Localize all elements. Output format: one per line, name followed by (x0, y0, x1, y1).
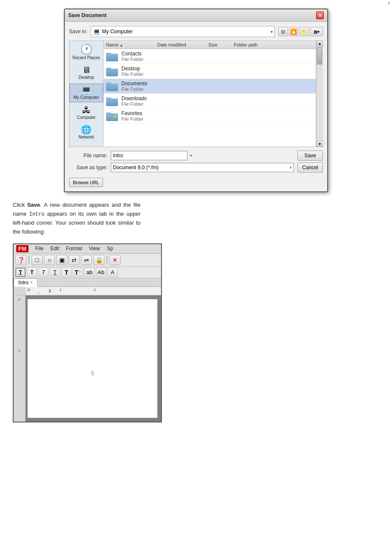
contacts-file-info: Contacts File Folder (121, 51, 313, 62)
desktop-file-info: Desktop File Folder (121, 66, 313, 77)
v-mark-1: 1 (14, 349, 25, 357)
format-t4[interactable]: T (50, 268, 60, 277)
sidebar-item-desktop[interactable]: 🖥 Desktop (69, 64, 103, 82)
fm-doc-area: 0 1 § (14, 295, 161, 422)
file-row-documents[interactable]: Documents File Folder (104, 79, 316, 94)
format-t5[interactable]: T (61, 268, 72, 277)
desktop-fname: Desktop (121, 66, 313, 72)
format-Ab[interactable]: Ab (96, 268, 106, 277)
fm-logo: FM (16, 245, 29, 252)
open-button[interactable]: ○ (44, 255, 55, 265)
format-t2[interactable]: T (27, 268, 37, 277)
dialog-body: Save in: 💻 My Computer ▾ ⊙ 🔼 📁 ▦▾ (65, 22, 327, 191)
format-A-more[interactable]: A (107, 268, 118, 277)
save-as-type-dropdown[interactable]: Document 9.0 (*.fm) ▾ (111, 163, 294, 172)
sidebar-item-recent-places[interactable]: 🕐 Recent Places (69, 43, 103, 62)
fm-toolbar: ❓ □ ○ ▣ ⇄ ⇌ 🔒 ✕ (14, 254, 161, 267)
import-button[interactable]: ⇄ (69, 255, 80, 265)
menu-view[interactable]: View (86, 245, 104, 252)
places-sidebar: 🕐 Recent Places 🖥 Desktop 💻 My Computer … (69, 40, 103, 147)
computer-label: Computer (77, 115, 96, 120)
up-icon[interactable]: 🔼 (289, 27, 298, 36)
file-row-favorites[interactable]: ★ Favorites File Folder (104, 109, 316, 124)
back-icon[interactable]: ⊙ (278, 27, 288, 36)
sidebar-item-computer[interactable]: 🖧 Computer (69, 104, 103, 122)
scrollbar-track[interactable]: ▲ ▼ (316, 40, 323, 147)
col-name-header: Name▲ (106, 42, 157, 47)
dialog-content: 🕐 Recent Places 🖥 Desktop 💻 My Computer … (69, 40, 323, 147)
dialog-titlebar: Save Document ✕ (65, 9, 327, 22)
new-folder-icon[interactable]: 📁 (300, 27, 309, 36)
sidebar-item-my-computer[interactable]: 💻 My Computer (69, 84, 103, 102)
downloads-folder-icon (106, 96, 121, 106)
recent-places-icon: 🕐 (80, 44, 93, 55)
documents-file-info: Documents File Folder (121, 81, 313, 92)
dialog-bottom: File name: ▾ Save Save as type: Document… (69, 150, 323, 173)
browse-url-area: Browse URL (69, 175, 323, 187)
views-icon[interactable]: ▦▾ (310, 27, 323, 36)
file-row-contacts[interactable]: Contacts File Folder (104, 49, 316, 64)
format-t6[interactable]: T⊤ (73, 268, 83, 277)
my-computer-icon: 💻 (81, 86, 92, 94)
file-list-scroll[interactable]: Contacts File Folder (104, 49, 316, 147)
desktop-ftype: File Folder (121, 72, 313, 77)
save-in-select[interactable]: 💻 My Computer ▾ (91, 26, 275, 37)
dialog-close-button[interactable]: ✕ (316, 12, 324, 19)
help-button[interactable]: ❓ (15, 255, 26, 265)
browse-url-button[interactable]: Browse URL (69, 178, 103, 187)
downloads-ftype: File Folder (121, 101, 313, 107)
file-row-desktop[interactable]: Desktop File Folder (104, 64, 316, 79)
export-button[interactable]: ⇌ (81, 255, 92, 265)
sidebar-item-network[interactable]: 🌐 Network (69, 124, 103, 142)
filename-input[interactable] (111, 151, 187, 160)
inline-code-intro: Intro (29, 211, 44, 217)
computer-icon: 🖧 (82, 106, 91, 114)
lock-button[interactable]: 🔒 (93, 255, 104, 265)
fm-page[interactable]: § (27, 299, 158, 418)
desktop-label: Desktop (78, 75, 94, 80)
file-row-downloads[interactable]: Downloads File Folder (104, 94, 316, 109)
close-tb-button[interactable]: ✕ (110, 255, 121, 265)
contacts-folder-icon (106, 51, 121, 61)
tab-intro-close[interactable]: × (30, 280, 33, 285)
bold-save: Save (27, 202, 40, 208)
scrollbar-thumb[interactable] (317, 47, 322, 64)
format-ab[interactable]: ab (84, 268, 95, 277)
cancel-button[interactable]: Cancel (297, 162, 323, 173)
save-in-arrow-icon: ▾ (271, 29, 273, 34)
scrollbar-up-button[interactable]: ▲ (317, 40, 323, 46)
sort-arrow: ▲ (119, 43, 123, 47)
downloads-file-info: Downloads File Folder (121, 95, 313, 107)
menu-file[interactable]: File (32, 245, 47, 252)
v-mark-blank-2 (14, 315, 25, 323)
format-t3[interactable]: T (38, 268, 49, 277)
format-t1[interactable]: T (15, 268, 26, 277)
save-as-type-label: Save as type: (69, 165, 107, 171)
filename-dropdown-arrow[interactable]: ▾ (190, 153, 192, 158)
save-in-label: Save in: (69, 29, 87, 35)
fm-vertical-ruler: 0 1 (14, 295, 26, 422)
savetype-row: Save as type: Document 9.0 (*.fm) ▾ Canc… (69, 162, 323, 173)
new-doc-button[interactable]: □ (32, 255, 43, 265)
v-mark-blank-1 (14, 306, 25, 315)
favorites-folder-icon: ★ (106, 111, 121, 121)
favorites-file-info: Favorites File Folder (121, 110, 313, 121)
scrollbar-down-button[interactable]: ▼ (317, 141, 323, 147)
save-button[interactable]: Save (297, 150, 323, 161)
save-dialog: Save Document ✕ Save in: 💻 My Computer ▾… (64, 9, 328, 192)
fm-format-bar: T T T T T T⊤ ab Ab A (14, 267, 161, 278)
menu-format[interactable]: Format (63, 245, 86, 252)
tab-intro[interactable]: Intro × (14, 278, 37, 287)
savetype-input-wrapper: Document 9.0 (*.fm) ▾ (111, 163, 294, 172)
col-date-header: Date modified (157, 42, 208, 47)
col-size-header: Size (208, 42, 234, 47)
filename-input-wrapper: ▾ (111, 151, 294, 160)
fm-ruler-area: |0 1 2 ⬇ 2 (14, 287, 161, 295)
favorites-fname: Favorites (121, 110, 313, 116)
recent-places-label: Recent Places (72, 55, 100, 61)
menu-edit[interactable]: Edit (47, 245, 63, 252)
menu-sp[interactable]: Sp (104, 245, 117, 252)
fm-ruler: |0 1 2 ⬇ (26, 287, 161, 295)
save-tb-button[interactable]: ▣ (56, 255, 67, 265)
favorites-star-icon: ★ (113, 114, 117, 119)
